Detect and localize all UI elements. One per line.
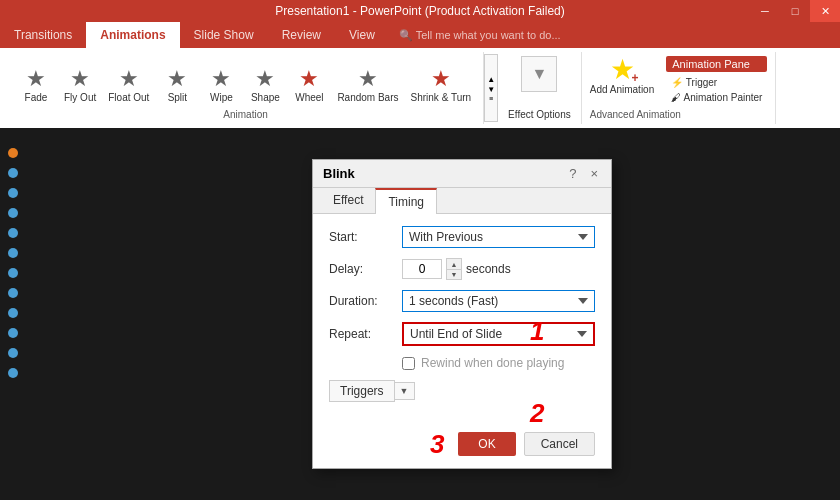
anim-wipe[interactable]: ★ Wipe (201, 66, 241, 105)
anim-randombars[interactable]: ★ Random Bars (333, 66, 402, 105)
advanced-animation-label: Advanced Animation (590, 105, 768, 120)
title-bar: Presentation1 - PowerPoint (Product Acti… (0, 0, 840, 22)
delay-input[interactable] (402, 259, 442, 279)
slide-bullet-6 (8, 248, 18, 258)
slide-bullets (8, 148, 18, 378)
dialog-footer: OK Cancel (313, 424, 611, 468)
repeat-select[interactable]: Until End of Slide (none) 2 3 Until Next… (402, 322, 595, 346)
animation-group: ★ Fade ★ Fly Out ★ Float Out ★ Split ★ (8, 52, 484, 124)
blink-dialog: Blink ? × Effect Timing Start: (312, 159, 612, 469)
dialog-tabs: Effect Timing (313, 188, 611, 214)
delay-row: Delay: ▲ ▼ seconds (329, 258, 595, 280)
duration-label: Duration: (329, 294, 394, 308)
anim-wheel[interactable]: ★ Wheel (289, 66, 329, 105)
slide-bullet-5 (8, 228, 18, 238)
tab-transitions[interactable]: Transitions (0, 22, 86, 48)
start-select[interactable]: With Previous On Click After Previous (402, 226, 595, 248)
add-animation-label: Add Animation (590, 84, 655, 95)
effect-options-button[interactable]: ▼ (521, 56, 557, 92)
slide-bullet-9 (8, 308, 18, 318)
slide-bullet-10 (8, 328, 18, 338)
anim-flyout[interactable]: ★ Fly Out (60, 66, 100, 105)
dialog-help-button[interactable]: ? (566, 166, 579, 181)
slide-bullet-1 (8, 148, 18, 158)
start-label: Start: (329, 230, 394, 244)
main-area: 1 2 3 Blink ? × Effect Timing (0, 128, 840, 500)
slide-bullet-2 (8, 168, 18, 178)
tab-review[interactable]: Review (268, 22, 335, 48)
effect-options-label: Effect Options (508, 109, 571, 120)
animation-painter-button[interactable]: 🖌 Animation Painter (666, 91, 767, 104)
slide-bullet-4 (8, 208, 18, 218)
dialog-title: Blink (323, 166, 355, 181)
triggers-button[interactable]: Triggers (329, 380, 395, 402)
slide-bullet-7 (8, 268, 18, 278)
triggers-row: Triggers ▼ (329, 380, 595, 402)
trigger-button[interactable]: ⚡ Trigger (666, 76, 767, 89)
triggers-dropdown[interactable]: ▼ (395, 382, 415, 400)
rewind-label: Rewind when done playing (421, 356, 564, 370)
minimize-button[interactable]: ─ (750, 0, 780, 22)
ribbon-content: ★ Fade ★ Fly Out ★ Float Out ★ Split ★ (0, 48, 840, 128)
dialog-titlebar: Blink ? × (313, 160, 611, 188)
tab-animations[interactable]: Animations (86, 22, 179, 48)
rewind-checkbox[interactable] (402, 357, 415, 370)
slide-bullet-11 (8, 348, 18, 358)
advanced-animation-group: ★ + Add Animation Animation Pane ⚡ Trigg… (582, 52, 777, 124)
delay-label: Delay: (329, 262, 394, 276)
rewind-row: Rewind when done playing (329, 356, 595, 370)
dialog-body: Start: With Previous On Click After Prev… (313, 214, 611, 424)
anim-shrinkturn[interactable]: ★ Shrink & Turn (407, 66, 476, 105)
anim-split[interactable]: ★ Split (157, 66, 197, 105)
delay-spinner[interactable]: ▲ ▼ (446, 258, 462, 280)
repeat-row: Repeat: Until End of Slide (none) 2 3 Un… (329, 322, 595, 346)
duration-select[interactable]: 1 seconds (Fast) 0.5 seconds (Very Fast)… (402, 290, 595, 312)
ribbon-tabs: Transitions Animations Slide Show Review… (0, 22, 840, 48)
dialog-tab-timing[interactable]: Timing (375, 188, 437, 214)
ok-button[interactable]: OK (458, 432, 515, 456)
close-button[interactable]: ✕ (810, 0, 840, 22)
anim-fade[interactable]: ★ Fade (16, 66, 56, 105)
duration-row: Duration: 1 seconds (Fast) 0.5 seconds (… (329, 290, 595, 312)
maximize-button[interactable]: □ (780, 0, 810, 22)
delay-down[interactable]: ▼ (447, 269, 461, 279)
start-row: Start: With Previous On Click After Prev… (329, 226, 595, 248)
add-animation-button[interactable]: ★ + Add Animation (590, 56, 655, 104)
anim-shape[interactable]: ★ Shape (245, 66, 285, 105)
slide-bullet-8 (8, 288, 18, 298)
tab-view[interactable]: View (335, 22, 389, 48)
slide-bullet-3 (8, 188, 18, 198)
animation-pane-button[interactable]: Animation Pane (666, 56, 767, 72)
animation-scroll[interactable]: ▲ ▼ ≡ (484, 54, 498, 122)
dialog-tab-effect[interactable]: Effect (321, 188, 375, 213)
cancel-button[interactable]: Cancel (524, 432, 595, 456)
anim-floatout[interactable]: ★ Float Out (104, 66, 153, 105)
slide-bullet-12 (8, 368, 18, 378)
animation-group-label: Animation (223, 105, 267, 120)
dialog-close-button[interactable]: × (587, 166, 601, 181)
delay-unit: seconds (466, 262, 511, 276)
app-title: Presentation1 - PowerPoint (Product Acti… (275, 4, 564, 18)
repeat-label: Repeat: (329, 327, 394, 341)
search-placeholder: Tell me what you want to do... (416, 29, 561, 41)
tab-slideshow[interactable]: Slide Show (180, 22, 268, 48)
delay-up[interactable]: ▲ (447, 259, 461, 269)
